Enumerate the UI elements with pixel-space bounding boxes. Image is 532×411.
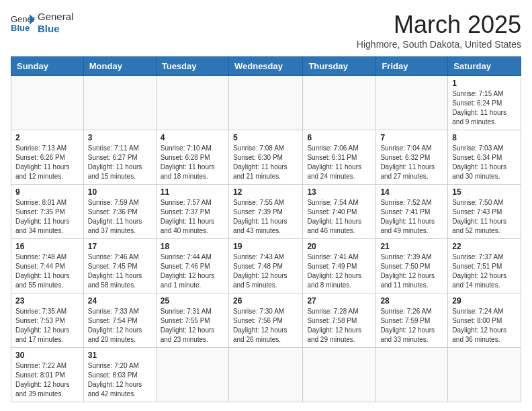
day-info: Sunrise: 7:35 AM Sunset: 7:53 PM Dayligh…	[15, 307, 79, 345]
day-number: 22	[452, 242, 517, 251]
day-number: 24	[88, 296, 152, 306]
day-info: Sunrise: 7:10 AM Sunset: 6:28 PM Dayligh…	[161, 144, 224, 181]
day-info: Sunrise: 7:28 AM Sunset: 7:58 PM Dayligh…	[307, 307, 371, 345]
table-row: 10Sunrise: 7:59 AM Sunset: 7:36 PM Dayli…	[83, 185, 156, 239]
day-info: Sunrise: 8:01 AM Sunset: 7:35 PM Dayligh…	[15, 198, 79, 236]
table-row: 9Sunrise: 8:01 AM Sunset: 7:35 PM Daylig…	[11, 185, 84, 239]
day-number: 5	[233, 133, 298, 142]
table-row	[376, 348, 448, 402]
table-row: 1Sunrise: 7:15 AM Sunset: 6:24 PM Daylig…	[448, 76, 521, 130]
day-number: 17	[88, 242, 152, 251]
day-info: Sunrise: 7:44 AM Sunset: 7:46 PM Dayligh…	[161, 253, 224, 290]
day-number: 1	[452, 79, 517, 88]
col-wednesday: Wednesday	[228, 57, 302, 76]
day-info: Sunrise: 7:31 AM Sunset: 7:55 PM Dayligh…	[161, 307, 224, 345]
title-block: March 2025 Highmore, South Dakota, Unite…	[357, 11, 521, 50]
day-info: Sunrise: 7:33 AM Sunset: 7:54 PM Dayligh…	[88, 307, 152, 345]
day-info: Sunrise: 7:06 AM Sunset: 6:31 PM Dayligh…	[307, 144, 371, 181]
day-info: Sunrise: 7:26 AM Sunset: 7:59 PM Dayligh…	[380, 307, 443, 345]
table-row: 17Sunrise: 7:46 AM Sunset: 7:45 PM Dayli…	[83, 239, 156, 293]
logo-general-text: General	[38, 11, 73, 23]
day-number: 16	[15, 242, 79, 251]
day-number: 14	[380, 187, 443, 197]
day-info: Sunrise: 7:59 AM Sunset: 7:36 PM Dayligh…	[88, 198, 152, 236]
table-row	[228, 76, 302, 130]
day-number: 27	[307, 296, 371, 306]
logo-blue-text: Blue	[38, 23, 73, 35]
day-number: 21	[380, 242, 443, 251]
table-row	[303, 348, 376, 402]
table-row: 23Sunrise: 7:35 AM Sunset: 7:53 PM Dayli…	[11, 293, 84, 348]
table-row: 13Sunrise: 7:54 AM Sunset: 7:40 PM Dayli…	[303, 185, 376, 239]
day-info: Sunrise: 7:55 AM Sunset: 7:39 PM Dayligh…	[233, 198, 298, 236]
day-number: 25	[161, 296, 224, 306]
table-row: 24Sunrise: 7:33 AM Sunset: 7:54 PM Dayli…	[83, 293, 156, 348]
day-number: 10	[88, 187, 152, 197]
table-row: 21Sunrise: 7:39 AM Sunset: 7:50 PM Dayli…	[376, 239, 448, 293]
table-row	[376, 76, 448, 130]
table-row: 20Sunrise: 7:41 AM Sunset: 7:49 PM Dayli…	[303, 239, 376, 293]
table-row: 30Sunrise: 7:22 AM Sunset: 8:01 PM Dayli…	[11, 348, 84, 402]
table-row: 29Sunrise: 7:24 AM Sunset: 8:00 PM Dayli…	[448, 293, 521, 348]
calendar-header-row: Sunday Monday Tuesday Wednesday Thursday…	[11, 57, 521, 76]
day-info: Sunrise: 7:54 AM Sunset: 7:40 PM Dayligh…	[307, 198, 371, 236]
table-row	[11, 76, 84, 130]
logo: General Blue General Blue	[11, 11, 73, 35]
table-row: 5Sunrise: 7:08 AM Sunset: 6:30 PM Daylig…	[228, 130, 302, 185]
day-number: 8	[452, 133, 517, 142]
day-info: Sunrise: 7:20 AM Sunset: 8:03 PM Dayligh…	[88, 361, 152, 399]
table-row: 26Sunrise: 7:30 AM Sunset: 7:56 PM Dayli…	[228, 293, 302, 348]
table-row: 16Sunrise: 7:48 AM Sunset: 7:44 PM Dayli…	[11, 239, 84, 293]
table-row: 14Sunrise: 7:52 AM Sunset: 7:41 PM Dayli…	[376, 185, 448, 239]
table-row	[448, 348, 521, 402]
day-number: 12	[233, 187, 298, 197]
calendar-table: Sunday Monday Tuesday Wednesday Thursday…	[11, 56, 521, 402]
col-monday: Monday	[83, 57, 156, 76]
col-tuesday: Tuesday	[156, 57, 228, 76]
day-number: 30	[15, 351, 79, 360]
day-number: 19	[233, 242, 298, 251]
table-row: 15Sunrise: 7:50 AM Sunset: 7:43 PM Dayli…	[448, 185, 521, 239]
table-row: 18Sunrise: 7:44 AM Sunset: 7:46 PM Dayli…	[156, 239, 228, 293]
calendar-week-row: 30Sunrise: 7:22 AM Sunset: 8:01 PM Dayli…	[11, 348, 521, 402]
day-info: Sunrise: 7:37 AM Sunset: 7:51 PM Dayligh…	[452, 253, 517, 290]
table-row	[156, 76, 228, 130]
calendar-week-row: 9Sunrise: 8:01 AM Sunset: 7:35 PM Daylig…	[11, 185, 521, 239]
day-info: Sunrise: 7:30 AM Sunset: 7:56 PM Dayligh…	[233, 307, 298, 345]
day-number: 15	[452, 187, 517, 197]
table-row: 4Sunrise: 7:10 AM Sunset: 6:28 PM Daylig…	[156, 130, 228, 185]
table-row: 11Sunrise: 7:57 AM Sunset: 7:37 PM Dayli…	[156, 185, 228, 239]
day-number: 11	[161, 187, 224, 197]
day-info: Sunrise: 7:24 AM Sunset: 8:00 PM Dayligh…	[452, 307, 517, 345]
day-info: Sunrise: 7:39 AM Sunset: 7:50 PM Dayligh…	[380, 253, 443, 290]
col-friday: Friday	[376, 57, 448, 76]
day-info: Sunrise: 7:43 AM Sunset: 7:48 PM Dayligh…	[233, 253, 298, 290]
day-number: 3	[88, 133, 152, 142]
page-header: General Blue General Blue March 2025 Hig…	[11, 11, 521, 50]
day-number: 29	[452, 296, 517, 306]
day-info: Sunrise: 7:04 AM Sunset: 6:32 PM Dayligh…	[380, 144, 443, 181]
table-row: 7Sunrise: 7:04 AM Sunset: 6:32 PM Daylig…	[376, 130, 448, 185]
table-row: 8Sunrise: 7:03 AM Sunset: 6:34 PM Daylig…	[448, 130, 521, 185]
table-row: 27Sunrise: 7:28 AM Sunset: 7:58 PM Dayli…	[303, 293, 376, 348]
day-info: Sunrise: 7:52 AM Sunset: 7:41 PM Dayligh…	[380, 198, 443, 236]
day-number: 6	[307, 133, 371, 142]
table-row: 12Sunrise: 7:55 AM Sunset: 7:39 PM Dayli…	[228, 185, 302, 239]
day-info: Sunrise: 7:13 AM Sunset: 6:26 PM Dayligh…	[15, 144, 79, 181]
table-row	[303, 76, 376, 130]
calendar-week-row: 23Sunrise: 7:35 AM Sunset: 7:53 PM Dayli…	[11, 293, 521, 348]
day-number: 26	[233, 296, 298, 306]
day-number: 18	[161, 242, 224, 251]
day-info: Sunrise: 7:41 AM Sunset: 7:49 PM Dayligh…	[307, 253, 371, 290]
table-row	[156, 348, 228, 402]
day-info: Sunrise: 7:48 AM Sunset: 7:44 PM Dayligh…	[15, 253, 79, 290]
col-saturday: Saturday	[448, 57, 521, 76]
day-info: Sunrise: 7:15 AM Sunset: 6:24 PM Dayligh…	[452, 89, 517, 127]
table-row	[83, 76, 156, 130]
calendar-week-row: 16Sunrise: 7:48 AM Sunset: 7:44 PM Dayli…	[11, 239, 521, 293]
table-row: 3Sunrise: 7:11 AM Sunset: 6:27 PM Daylig…	[83, 130, 156, 185]
table-row: 25Sunrise: 7:31 AM Sunset: 7:55 PM Dayli…	[156, 293, 228, 348]
table-row: 22Sunrise: 7:37 AM Sunset: 7:51 PM Dayli…	[448, 239, 521, 293]
table-row: 31Sunrise: 7:20 AM Sunset: 8:03 PM Dayli…	[83, 348, 156, 402]
day-info: Sunrise: 7:22 AM Sunset: 8:01 PM Dayligh…	[15, 361, 79, 399]
